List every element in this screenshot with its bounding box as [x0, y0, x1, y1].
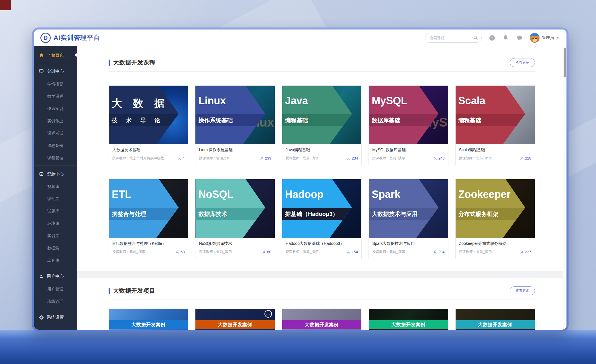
person-icon	[520, 250, 524, 254]
person-icon	[433, 156, 437, 160]
sidebar-subitem[interactable]: 视频库	[34, 180, 77, 193]
sidebar-item-4[interactable]: 用户中心	[34, 270, 77, 283]
archive-icon	[39, 171, 44, 176]
view-more-courses-button[interactable]: 查看更多	[510, 58, 535, 67]
course-card[interactable]: MyS MySQL 数据库基础 MySQL数据库基础 授课教师：售前_演示 24…	[368, 85, 448, 165]
course-card[interactable]: NoSQL 数据库技术 NoSQL数据库技术 授课教师：售前_演示 60	[195, 179, 275, 259]
cover-arrow-shape: Java 编程基础	[282, 86, 352, 144]
sidebar-subitem[interactable]: 课程考试	[34, 127, 77, 139]
scrollbar-thumb[interactable]	[564, 48, 566, 77]
scrollbar[interactable]	[563, 46, 566, 330]
sidebar-subitem[interactable]: 工具库	[34, 254, 77, 267]
sidebar-subitem[interactable]: 教学课程	[34, 90, 77, 103]
active-item-notch	[74, 53, 77, 57]
help-icon[interactable]: ?	[489, 34, 495, 41]
enrollment-number: 239	[265, 156, 271, 160]
enrollment-count: 4	[177, 156, 185, 160]
project-photo-lower	[282, 329, 361, 330]
bell-icon[interactable]	[502, 34, 509, 41]
course-teacher: 授课教师：售前_演示	[199, 249, 260, 254]
course-cover-image: NoSQL 数据库技术	[195, 179, 275, 238]
search-icon[interactable]	[473, 35, 478, 41]
cover-title: Scala	[458, 95, 485, 107]
cover-title: Zookeeper	[458, 188, 511, 200]
course-title: ETL数据整合与处理（Kettle）	[112, 241, 185, 246]
person-icon	[175, 250, 179, 254]
course-meta: 授课教师：售前_演示 234	[286, 156, 358, 161]
enrollment-number: 227	[525, 250, 531, 254]
course-meta: 授课教师：北京市对外贸易学校教... 4	[112, 156, 185, 161]
cover-title: Linux	[198, 95, 226, 107]
cover-title: Java	[285, 95, 308, 107]
sidebar-subitem[interactable]: 实训库	[34, 230, 77, 242]
search-box	[425, 33, 482, 43]
enrollment-count: 227	[520, 250, 531, 254]
app-logo-icon[interactable]: D	[40, 33, 51, 43]
cover-subtitle: 数据库基础	[369, 114, 438, 126]
project-card[interactable]: ··· 大数据开发案例	[195, 308, 275, 330]
sidebar-subitem[interactable]: 数据集	[34, 242, 77, 254]
course-card[interactable]: Hadoop 据基础（Hadoop3） Hadoop大数据基础（Hadoop3）…	[282, 179, 362, 259]
course-title: NoSQL数据库技术	[199, 241, 271, 246]
corner-marker	[0, 0, 11, 10]
course-title: Spark大数据技术与应用	[372, 241, 444, 246]
main-content: 大数据开发课程 查看更多 大 数 据 技 术 导 论 大数据技术基础 授课教师：…	[77, 46, 566, 330]
person-icon	[262, 250, 266, 254]
course-card[interactable]: Zookeeper 分布式服务框架 Zookeeper分布式服务框架 授课教师：…	[455, 179, 535, 259]
project-photo-lower	[195, 329, 275, 330]
course-info: MySQL数据库基础 授课教师：售前_演示 243	[369, 144, 448, 165]
course-teacher: 授课教师：北京市对外贸易学校教...	[112, 156, 175, 161]
sidebar-subitem[interactable]: 快速实训	[34, 103, 77, 115]
project-banner-label: 大数据开发案例	[109, 320, 188, 329]
course-title: Java编程基础	[286, 147, 358, 153]
cover-subtitle: 操作系统基础	[195, 114, 265, 126]
course-card[interactable]: Scala 编程基础 Scala编程基础 授课教师：售前_演示 228	[455, 85, 535, 165]
sidebar-item-5[interactable]: 系统设置	[34, 311, 77, 324]
sidebar-item-3[interactable]: 资源中心	[34, 167, 77, 180]
course-teacher: 授课教师：售前_演示	[459, 156, 518, 161]
sidebar-subitem[interactable]: 试题库	[34, 205, 77, 217]
sidebar-subitem[interactable]: 用户管理	[34, 283, 77, 295]
cover-subtitle: 分布式服务框架	[456, 208, 525, 220]
course-card[interactable]: 大 数 据 技 术 导 论 大数据技术基础 授课教师：北京市对外贸易学校教...…	[109, 85, 188, 165]
course-card[interactable]: Spark 大数据技术与应用 Spark大数据技术与应用 授课教师：售前_演示 …	[368, 179, 448, 259]
course-cover-image: Hadoop 据基础（Hadoop3）	[282, 179, 361, 238]
project-card[interactable]: ··· 大数据开发案例	[368, 308, 448, 330]
course-info: NoSQL数据库技术 授课教师：售前_演示 60	[195, 238, 275, 259]
avatar[interactable]	[530, 33, 540, 43]
project-photo: ···	[456, 309, 535, 320]
course-card[interactable]: Java 编程基础 Java编程基础 授课教师：售前_演示 234	[282, 85, 362, 165]
sidebar-subitem[interactable]: 实训作业	[34, 115, 77, 127]
sidebar-subitem[interactable]: 课件库	[34, 193, 77, 205]
sidebar-item-1[interactable]: 平台首页	[34, 48, 77, 62]
course-title: Hadoop大数据基础（Hadoop3）	[286, 241, 358, 246]
course-card[interactable]: ETL 据整合与处理 ETL数据整合与处理（Kettle） 授课教师：售前_演示…	[109, 179, 188, 259]
chat-icon[interactable]	[516, 34, 523, 41]
sidebar-subitem[interactable]: 班级管理	[34, 295, 77, 308]
course-meta: 授课教师：售前_演示 60	[199, 249, 271, 254]
sidebar-subitem[interactable]: 课程备份	[34, 139, 77, 152]
cover-arrow-shape: Hadoop 据基础（Hadoop3）	[282, 179, 352, 238]
cover-subtitle: 编程基础	[456, 114, 525, 126]
enrollment-count: 294	[433, 250, 445, 254]
project-banner-label: 大数据开发案例	[456, 320, 535, 329]
course-teacher: 授课教师：售前_演示	[459, 249, 518, 254]
project-card[interactable]: ··· 大数据开发案例	[282, 308, 362, 330]
user-menu[interactable]: 管理员	[530, 33, 559, 43]
course-card-grid: 大 数 据 技 术 导 论 大数据技术基础 授课教师：北京市对外贸易学校教...…	[109, 85, 535, 259]
sidebar-subitem[interactable]: 学情概览	[34, 78, 77, 90]
cover-subtitle: 编程基础	[282, 114, 352, 126]
section-title-projects: 大数据开发项目	[113, 287, 155, 295]
view-more-projects-button[interactable]: 查看更多	[510, 286, 535, 295]
course-card[interactable]: inux Linux 操作系统基础 Linux操作系统基础 授课教师：管理员10…	[195, 85, 275, 165]
enrollment-number: 154	[352, 250, 358, 254]
cover-title: Spark	[372, 188, 400, 200]
project-card[interactable]: ··· 大数据开发案例	[109, 308, 188, 330]
cover-title: ETL	[112, 188, 131, 200]
project-card[interactable]: ··· 大数据开发案例	[455, 308, 535, 330]
sidebar-item-2[interactable]: 实训中心	[34, 65, 77, 78]
sidebar-subitem[interactable]: 环境库	[34, 217, 77, 230]
sidebar-subitem[interactable]: 课程管理	[34, 152, 77, 164]
enrollment-number: 228	[525, 156, 531, 160]
cover-arrow-shape: Linux 操作系统基础	[195, 86, 265, 144]
